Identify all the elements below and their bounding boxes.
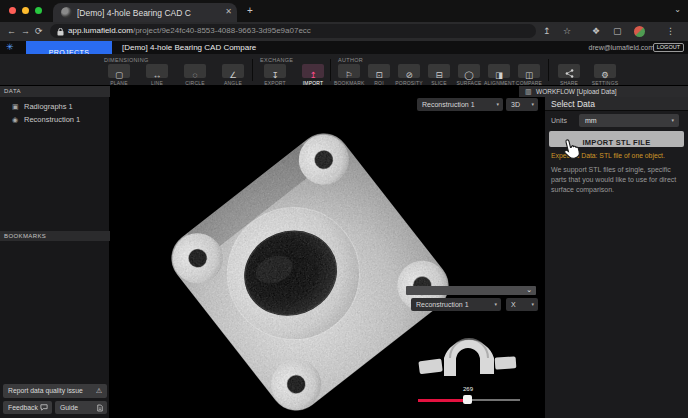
slice-slider-value: 269 [454,386,482,392]
back-icon[interactable]: ← [7,26,16,36]
traffic-zoom-button[interactable] [35,7,42,14]
chevron-down-icon: ▾ [671,114,674,127]
sidebar-item-reconstruction[interactable]: ◉ Reconstruction 1 [0,113,110,126]
units-select[interactable]: mm ▾ [579,114,679,127]
tool-circle[interactable]: ◌ CIRCLE [176,64,214,86]
sidebar-item-radiographs[interactable]: ▣ Radiographs 1 [0,100,110,113]
plane-icon: ▢ [115,70,123,80]
slice-icon: ⊟ [435,70,442,80]
tool-ribbon: DIMENSIONING ▢ PLANE ↔ LINE ◌ CIRCLE ∠ A… [0,54,688,86]
url-domain: app.lumafield.com [68,26,133,35]
warning-icon: ⚠ [96,387,102,395]
browser-tab[interactable]: [Demo] 4-hole Bearing CAD C ✕ [53,3,237,22]
alignment-icon: ◨ [495,70,503,80]
bookmark-icon: ⚐ [345,70,353,80]
forward-icon[interactable]: → [21,26,30,36]
panel-description: We support STL files of single, specific… [551,165,682,195]
guide-button[interactable]: Guide [55,401,107,414]
browser-profile-avatar[interactable] [634,26,645,37]
radiographs-icon: ▣ [12,100,19,113]
browser-toolbar: ← → ⟳ app.lumafield.com/project/9e24fc40… [0,22,688,41]
url-text: app.lumafield.com/project/9e24fc40-8553-… [68,25,311,37]
left-sidebar: ▣ Radiographs 1 ◉ Reconstruction 1 BOOKM… [0,97,110,418]
tool-porosity[interactable]: ⊘ POROSITY [394,64,424,86]
data-section-header: DATA [0,86,110,97]
logout-button[interactable]: LOGOUT [653,43,684,52]
collapse-chevron-icon[interactable]: ⌄ [526,285,532,294]
tab-search-chevron-icon[interactable]: ⌄ [674,5,681,14]
inset-axis-select[interactable]: X ▾ [506,298,538,311]
tool-alignment[interactable]: ◨ ALIGNMENT [484,64,514,86]
slice-slider-thumb[interactable] [463,395,472,404]
tool-surface[interactable]: ◯ SURFACE [454,64,484,86]
tool-import[interactable]: ↥ IMPORT [294,64,332,86]
browser-tabstrip: [Demo] 4-hole Bearing CAD C ✕ + ⌄ [0,0,688,22]
toolbar-divider [252,59,253,81]
inset-pane-headerbar[interactable]: ⌄ [406,286,536,295]
reload-icon[interactable]: ⟳ [35,26,43,36]
units-label: Units [551,114,567,127]
toolbar-divider [330,59,331,81]
lock-icon [57,28,64,36]
new-tab-button[interactable]: + [247,5,253,16]
import-icon: ↥ [309,70,316,80]
chevron-down-icon: ▾ [494,298,497,311]
tool-plane[interactable]: ▢ PLANE [100,64,138,86]
feedback-bubble-icon [40,404,48,411]
chevron-down-icon: ▾ [531,98,534,111]
tab-title: [Demo] 4-hole Bearing CAD C [77,6,213,19]
surface-icon: ◯ [464,70,474,80]
tool-share[interactable]: SHARE [552,64,586,86]
extensions-icon[interactable]: ❖ [592,26,600,36]
tool-roi[interactable]: ⊡ ROI [364,64,394,86]
bookmark-star-icon[interactable]: ☆ [563,26,571,36]
toolbar-divider [548,59,549,81]
slice-slider-track[interactable] [472,399,520,401]
share-page-icon[interactable]: ↥ [543,26,551,36]
chevron-down-icon: ▾ [531,298,534,311]
inset-slice-pane: ⌄ Reconstruction 1 ▾ X ▾ 269 [406,286,544,418]
user-email: drew@lumafield.com [589,41,654,54]
browser-menu-icon[interactable]: ⋮ [666,26,675,36]
circle-icon: ◌ [192,70,197,80]
viewport-source-select[interactable]: Reconstruction 1 ▾ [417,98,503,111]
feedback-button[interactable]: Feedback [3,401,52,414]
tool-slice[interactable]: ⊟ SLICE [424,64,454,86]
traffic-close-button[interactable] [9,7,16,14]
projects-button[interactable]: PROJECTS [26,41,112,54]
tab-close-icon[interactable]: ✕ [225,7,232,16]
guide-document-icon [97,404,103,412]
group-label-author: AUTHOR [338,57,363,63]
viewport-3d[interactable]: Reconstruction 1 ▾ 3D ▾ ⌄ Reconstruction… [110,97,544,418]
lumafield-logo-icon: ✳ [6,42,14,52]
url-path: /project/9e24fc40-8553-4088-9663-3d95e9a… [133,26,311,35]
share-icon [565,69,574,78]
export-icon: ↧ [271,70,278,80]
group-label-exchange: EXCHANGE [260,57,293,63]
tool-line[interactable]: ↔ LINE [138,64,176,86]
workflow-header[interactable]: ▥ WORKFLOW [Upload Data] [519,86,688,97]
settings-gear-icon: ⚙ [601,70,609,80]
porosity-icon: ⊘ [405,70,412,80]
compare-icon: ◫ [525,70,533,80]
slice-slider-track-filled[interactable] [418,399,464,402]
tool-bookmark[interactable]: ⚐ BOOKMARK [334,64,364,86]
chevron-down-icon: ▾ [496,98,499,111]
cursor-pointer-hand [561,137,583,161]
viewport-mode-select[interactable]: 3D ▾ [506,98,538,111]
group-label-dimensioning: DIMENSIONING [104,57,149,63]
traffic-minimize-button[interactable] [22,7,29,14]
tab-favicon-icon [61,7,72,18]
address-bar[interactable]: app.lumafield.com/project/9e24fc40-8553-… [50,24,536,38]
report-data-quality-button[interactable]: Report data quality issue ⚠ [3,384,107,398]
tool-settings[interactable]: ⚙ SETTINGS [588,64,622,86]
tool-angle[interactable]: ∠ ANGLE [214,64,252,86]
workflow-panel-icon: ▥ [525,86,532,97]
tool-compare[interactable]: ◫ COMPARE [514,64,544,86]
tool-export[interactable]: ↧ EXPORT [256,64,294,86]
workflow-panel: Select Data Units mm ▾ IMPORT STL FILE E… [545,97,688,418]
project-title: [Demo] 4-hole Bearing CAD Compare [122,41,256,54]
inset-source-select[interactable]: Reconstruction 1 ▾ [411,298,501,311]
tab-overview-icon[interactable]: ▢ [613,26,622,36]
line-icon: ↔ [153,70,162,80]
